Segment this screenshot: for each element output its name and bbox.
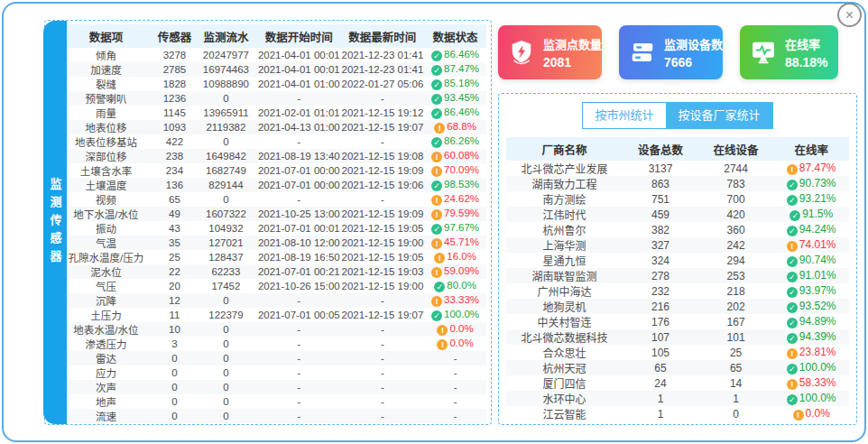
table-cell: - [257, 192, 341, 207]
col-header-device-total: 设备总数 [623, 137, 698, 161]
table-cell: 216 [623, 299, 698, 314]
warning-circle-icon: ! [437, 325, 448, 336]
table-cell: 2785 [154, 62, 195, 77]
sensor-table-row: 孔隙水温度/压力251284372021-08-19 16:502021-12-… [58, 250, 486, 264]
sensor-table-row: 预警喇叭12360--✓93.45% [58, 91, 486, 106]
sidebar-drawer-handle-sensors[interactable]: 监测传感器 [43, 21, 67, 424]
table-cell: 2021-08-10 12:00 [257, 236, 341, 250]
table-cell: 232 [623, 283, 698, 299]
status-percent: 94.89% [799, 315, 836, 328]
table-cell: 0 [195, 394, 257, 409]
table-cell: 2021-07-01 00:21 [257, 264, 341, 279]
status-cell: !79.59% [424, 207, 486, 221]
status-cell: ✓100.0% [773, 391, 849, 406]
table-cell: 气温 [58, 236, 154, 250]
check-circle-icon: ✓ [787, 226, 798, 236]
table-cell: 1236 [154, 91, 195, 106]
status-percent: 90.73% [799, 177, 836, 190]
table-cell: 176 [623, 314, 698, 329]
status-percent: 74.01% [799, 238, 836, 251]
close-button[interactable]: × [837, 3, 862, 27]
tab-by-city[interactable]: 按市州统计 [582, 102, 665, 129]
warning-circle-icon: ! [431, 296, 442, 307]
tab-by-vendor[interactable]: 按设备厂家统计 [666, 102, 773, 129]
table-cell: 11 [154, 308, 195, 322]
col-header-sensor-count: 传感器 [154, 24, 195, 48]
status-cell: - [424, 394, 486, 409]
vendor-table-body: 北斗微芯产业发展31372744!87.47%湖南致力工程863783✓90.7… [506, 161, 849, 421]
status-percent: 86.26% [444, 135, 479, 146]
warning-circle-icon: ! [431, 166, 442, 177]
vendor-table-row: 地狗灵机216202✓93.52% [506, 299, 849, 314]
status-cell: ✓85.18% [424, 77, 486, 91]
warning-circle-icon: ! [787, 241, 798, 252]
table-cell: 62233 [195, 264, 257, 279]
vendor-table-row: 上海华测327242!74.01% [506, 237, 849, 253]
shield-bolt-icon [508, 39, 535, 66]
table-cell: 雨量 [58, 106, 154, 120]
table-cell: 地狗灵机 [506, 299, 623, 314]
table-cell: 253 [698, 268, 774, 283]
col-header-latest-time: 数据最新时间 [341, 24, 425, 48]
check-circle-icon: ✓ [431, 108, 442, 119]
table-cell: 107 [623, 329, 698, 345]
status-cell: ✓91.01% [773, 268, 849, 283]
sensor-table-row: 沉降120--!33.33% [58, 293, 486, 308]
warning-circle-icon: ! [793, 410, 804, 421]
vendor-table-row: 星通九恒324294✓90.74% [506, 253, 849, 268]
table-cell: 2021-12-15 19:05 [341, 221, 425, 236]
status-percent: 0.0% [806, 407, 830, 420]
table-cell: 324 [623, 253, 698, 268]
table-cell: 20247977 [195, 48, 257, 62]
status-cell: !23.81% [773, 345, 849, 360]
status-percent: 94.39% [799, 330, 836, 343]
status-cell: ✓91.5% [773, 207, 849, 222]
check-circle-icon: ✓ [787, 287, 798, 298]
vendor-table-row: 合众思壮10525!23.81% [506, 345, 849, 360]
status-percent: 70.09% [444, 164, 479, 175]
table-cell: 24 [623, 375, 698, 391]
status-percent: 93.52% [799, 300, 836, 312]
table-cell: 783 [698, 176, 774, 191]
table-cell: - [341, 394, 425, 409]
table-cell: 65 [623, 360, 698, 375]
status-cell: !0.0% [424, 337, 486, 351]
table-cell: 视频 [58, 192, 154, 207]
table-cell: 2021-04-01 01:00 [257, 77, 341, 91]
status-percent: 33.33% [444, 294, 479, 305]
status-percent: 87.47% [799, 162, 836, 174]
table-cell: 22 [154, 264, 195, 279]
table-cell: 10988890 [195, 77, 257, 91]
server-icon [629, 39, 656, 66]
table-cell: - [341, 192, 425, 207]
check-circle-icon: ✓ [787, 256, 798, 267]
table-cell: 2744 [698, 161, 774, 176]
status-percent: 68.8% [447, 121, 476, 132]
table-cell: 218 [698, 283, 774, 299]
table-cell: 420 [698, 207, 774, 222]
status-cell: ✓93.52% [773, 299, 849, 314]
table-cell: 294 [698, 253, 774, 268]
status-percent: 93.21% [799, 192, 836, 205]
stat-card-label: 监测设备数 [664, 35, 723, 52]
table-cell: 49 [154, 207, 195, 221]
status-percent: 91.5% [802, 208, 833, 220]
check-circle-icon: ✓ [434, 282, 445, 292]
vendor-table-row: 湖南联智监测278253✓91.01% [506, 268, 849, 283]
status-cell: ✓94.39% [773, 329, 849, 345]
status-cell: ✓90.74% [773, 253, 849, 268]
table-cell: 应力 [58, 365, 154, 380]
table-cell: - [341, 365, 425, 380]
status-cell: ✓97.67% [424, 221, 486, 236]
col-header-vendor-name: 厂商名称 [506, 137, 623, 161]
no-status-dash: - [454, 382, 457, 393]
stat-card-value: 7666 [664, 55, 723, 69]
table-cell: 2021-08-19 16:50 [257, 250, 341, 264]
status-cell: !45.71% [424, 236, 486, 250]
sensor-table-row: 倾角3278202479772021-04-01 00:012021-12-23… [58, 48, 486, 62]
table-cell: 地下水温/水位 [58, 207, 154, 221]
table-cell: 0 [154, 380, 195, 394]
status-cell: !33.33% [424, 293, 486, 308]
check-circle-icon: ✓ [787, 272, 798, 282]
table-cell: 1145 [154, 106, 195, 120]
